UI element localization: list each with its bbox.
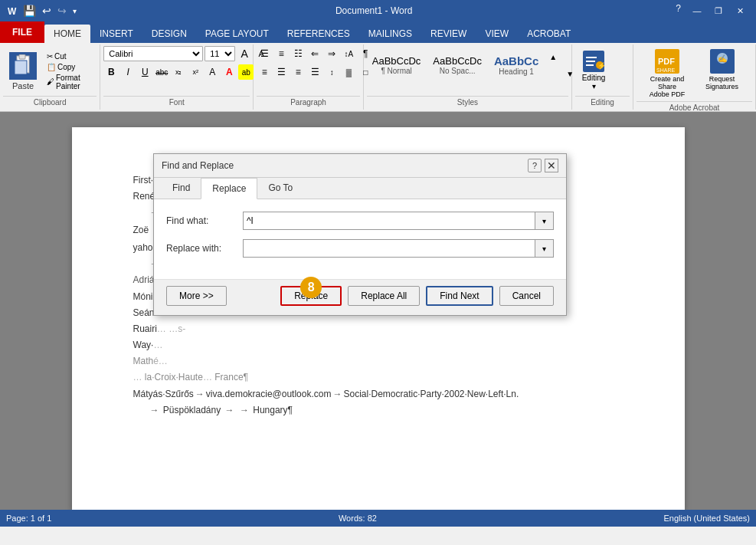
replace-input[interactable] — [243, 239, 535, 258]
bullets-button[interactable]: ☰ — [257, 46, 272, 61]
align-center-button[interactable]: ☰ — [273, 64, 289, 80]
close-button[interactable]: ✕ — [730, 3, 750, 18]
cut-icon: ✂ — [47, 52, 53, 61]
help-button[interactable]: ? — [671, 3, 686, 18]
clear-format-button[interactable]: A — [205, 64, 220, 80]
redo-icon[interactable]: ↪ — [57, 5, 67, 17]
bold-button[interactable]: B — [103, 64, 119, 80]
window-controls: ? — ❐ ✕ — [671, 3, 750, 18]
replace-dropdown[interactable]: ▾ — [535, 239, 554, 258]
style-normal[interactable]: AaBbCcDc ¶ Normal — [367, 46, 427, 84]
request-signatures-button[interactable]: ✍ RequestSignatures — [699, 46, 745, 94]
style-normal-preview: AaBbCcDc — [372, 55, 421, 67]
dialog-body: Find what: ▾ Replace with: ▾ — [154, 199, 566, 279]
underline-button[interactable]: U — [137, 64, 152, 80]
restore-button[interactable]: ❐ — [709, 3, 728, 18]
dialog-tab-find[interactable]: Find — [162, 178, 201, 199]
create-pdf-button[interactable]: PDF SHARE Create and ShareAdobe PDF — [637, 46, 698, 101]
doc-line-11: Way·… — [133, 338, 623, 353]
tab-view[interactable]: VIEW — [476, 25, 518, 43]
editing-button[interactable]: ⚡ Editing ▾ — [575, 46, 612, 94]
superscript-button[interactable]: x² — [188, 64, 203, 80]
find-next-button[interactable]: Find Next — [426, 286, 493, 306]
increase-indent-button[interactable]: ⇒ — [324, 46, 339, 61]
line-spacing-button[interactable]: ↕ — [324, 64, 339, 80]
align-left-button[interactable]: ≡ — [257, 64, 272, 80]
style-no-space[interactable]: AaBbCcDc No Spac... — [427, 46, 487, 84]
tab-design[interactable]: DESIGN — [142, 25, 196, 43]
tab-review[interactable]: REVIEW — [421, 25, 476, 43]
tab-home[interactable]: HOME — [44, 25, 90, 43]
create-pdf-label: Create and ShareAdobe PDF — [643, 75, 692, 98]
numbering-button[interactable]: ≡ — [273, 46, 289, 61]
grow-font-button[interactable]: A — [237, 46, 252, 61]
style-heading1[interactable]: AaBbCc Heading 1 — [489, 46, 544, 84]
find-row: Find what: ▾ — [166, 212, 554, 230]
para-row-2: ≡ ☰ ≡ ☰ ↕ ▓ □ — [257, 64, 373, 80]
para-row-1: ☰ ≡ ☷ ⇐ ⇒ ↕A ¶ — [257, 46, 373, 61]
number-badge: 8 — [300, 277, 322, 298]
dialog-tab-replace[interactable]: Replace — [201, 178, 257, 199]
tab-page-layout[interactable]: PAGE LAYOUT — [196, 25, 278, 43]
more-button[interactable]: More >> — [166, 286, 227, 306]
font-face-select[interactable]: Calibri — [103, 46, 203, 61]
dialog-tab-goto[interactable]: Go To — [257, 178, 303, 199]
editing-group: ⚡ Editing ▾ Editing — [572, 44, 633, 110]
svg-rect-3 — [15, 61, 27, 74]
tab-acrobat[interactable]: ACROBAT — [518, 25, 580, 43]
svg-text:✍: ✍ — [718, 54, 728, 64]
language-status: English (United States) — [663, 514, 750, 523]
strikethrough-button[interactable]: abc — [154, 64, 169, 80]
editing-label: Editing — [582, 74, 606, 82]
cancel-button[interactable]: Cancel — [499, 286, 554, 306]
find-replace-dialog[interactable]: Find and Replace ? ✕ Find Replace Go To … — [153, 153, 567, 316]
justify-button[interactable]: ☰ — [307, 64, 322, 80]
font-size-select[interactable]: 11 — [205, 46, 235, 61]
minimize-button[interactable]: — — [687, 3, 707, 18]
find-input[interactable] — [243, 212, 535, 230]
adobe-label: Adobe Acrobat — [637, 101, 752, 112]
request-sig-icon: ✍ — [710, 49, 735, 75]
replace-all-button[interactable]: Replace All — [348, 286, 420, 306]
styles-scroll-up[interactable]: ▲ — [545, 49, 561, 64]
style-heading-preview: AaBbCc — [494, 54, 538, 67]
editing-content: ⚡ Editing ▾ — [575, 46, 630, 96]
tab-mailings[interactable]: MAILINGS — [359, 25, 421, 43]
tab-file[interactable]: FILE — [0, 21, 44, 43]
para-content: ☰ ≡ ☷ ⇐ ⇒ ↕A ¶ ≡ ☰ ≡ ☰ ↕ ▓ □ — [257, 46, 359, 96]
editing-group-label: Editing — [575, 96, 630, 108]
replace-label: Replace with: — [166, 243, 243, 254]
tab-insert[interactable]: INSERT — [90, 25, 142, 43]
copy-button[interactable]: 📋 Copy — [44, 62, 97, 72]
status-bar: Page: 1 of 1 Words: 82 English (United S… — [0, 510, 756, 527]
dialog-help-button[interactable]: ? — [528, 159, 542, 172]
save-icon[interactable]: 💾 — [23, 5, 36, 17]
sort-button[interactable]: ↕A — [341, 46, 356, 61]
clipboard-group: Paste ✂ Cut 📋 Copy 🖌 Format Painter Clip… — [0, 44, 100, 110]
multilevel-button[interactable]: ☷ — [290, 46, 306, 61]
clipboard-label: Clipboard — [3, 96, 97, 108]
tab-references[interactable]: REFERENCES — [278, 25, 359, 43]
font-color-button[interactable]: A — [221, 64, 237, 80]
request-sig-label: RequestSignatures — [705, 75, 738, 90]
italic-button[interactable]: I — [120, 64, 136, 80]
undo-icon[interactable]: ↩ — [42, 5, 51, 17]
shading-button[interactable]: ▓ — [341, 64, 356, 80]
subscript-button[interactable]: x₂ — [171, 64, 186, 80]
decrease-indent-button[interactable]: ⇐ — [307, 46, 322, 61]
clipboard-sub: ✂ Cut 📋 Copy 🖌 Format Painter — [44, 51, 97, 91]
dialog-close-button[interactable]: ✕ — [545, 159, 558, 172]
format-painter-button[interactable]: 🖌 Format Painter — [44, 73, 97, 91]
highlight-button[interactable]: ab — [238, 64, 254, 80]
font-content: Calibri 11 A A B I U abc x₂ x² A A ab — [103, 46, 250, 96]
find-dropdown[interactable]: ▾ — [535, 212, 554, 230]
svg-rect-6 — [586, 57, 597, 58]
align-right-button[interactable]: ≡ — [290, 64, 306, 80]
cut-button[interactable]: ✂ Cut — [44, 51, 97, 61]
svg-text:PDF: PDF — [658, 57, 675, 66]
copy-icon: 📋 — [47, 63, 56, 71]
paste-button[interactable]: Paste — [3, 49, 43, 94]
editing-icon: ⚡ — [581, 49, 606, 74]
style-gallery: AaBbCcDc ¶ Normal AaBbCcDc No Spac... Aa… — [367, 46, 595, 84]
font-group: Calibri 11 A A B I U abc x₂ x² A A ab Fo… — [100, 44, 254, 110]
